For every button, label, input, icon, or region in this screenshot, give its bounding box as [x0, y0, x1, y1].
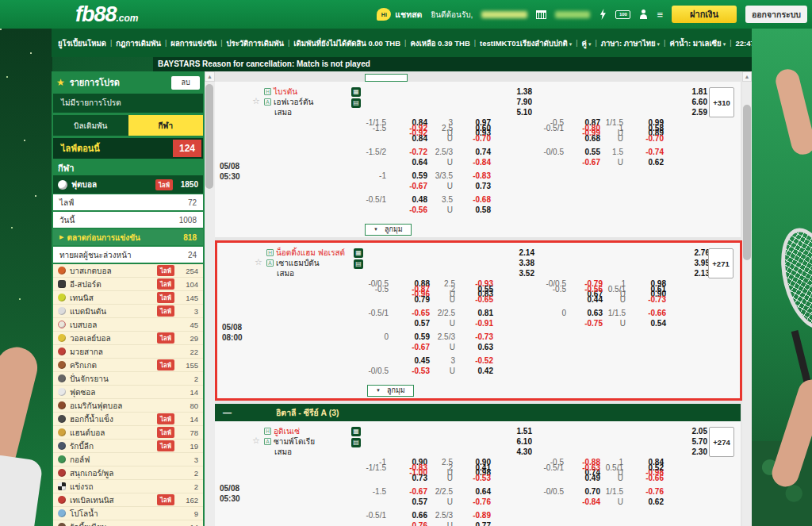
odds-price[interactable]: 2.05 [692, 426, 707, 436]
sidebar-item-badminton[interactable]: แบดมินตันไลฟ์3 [53, 305, 203, 318]
odds-price[interactable]: -0.56 [409, 205, 427, 215]
sidebar-subitem[interactable]: ▶ตลาดก่อนการแข่งขัน818 [53, 229, 203, 245]
sidebar-item-futsal[interactable]: ฟุตซอล14 [53, 386, 203, 399]
odds-price[interactable]: -0.80 [582, 123, 600, 133]
odds-price[interactable]: 0.48 [412, 194, 427, 205]
odds-price[interactable]: 1.51 [517, 426, 532, 436]
odds-price[interactable]: 0.63 [588, 308, 603, 318]
odds-price[interactable]: -0.83 [409, 463, 427, 473]
odds-price[interactable]: -0.65 [475, 294, 493, 305]
nav-link[interactable]: กฎการเดิมพัน [116, 37, 161, 49]
sidebar-subitem[interactable]: วันนี้1008 [53, 212, 203, 228]
odds-price[interactable]: 0.62 [649, 497, 664, 507]
odds-price[interactable]: -0.63 [582, 463, 600, 473]
odds-price[interactable]: 5.10 [517, 107, 532, 117]
nav-setting[interactable]: ค่าน้ำ: มาเลเซีย▾ [669, 37, 726, 49]
odds-price[interactable]: 7.90 [517, 97, 532, 107]
clear-favorites-button[interactable]: ลบ [171, 76, 200, 90]
collapse-icon[interactable]: — [223, 408, 232, 417]
odds-price[interactable]: 5.70 [692, 436, 707, 447]
odds-price[interactable]: 0.45 [415, 355, 430, 366]
odds-price[interactable]: 0.79 [415, 294, 430, 305]
odds-price[interactable]: 0.77 [476, 520, 491, 526]
refresh-lightning-icon[interactable] [599, 9, 607, 20]
nav-link[interactable]: เดิมพันที่ยังไม่ได้ตัดสิน 0.00 THB [293, 37, 400, 49]
odds-price[interactable]: 0.57 [412, 497, 427, 507]
odds-price[interactable]: -0.76 [645, 486, 664, 497]
home-team[interactable]: อูดิเนเซ่ [274, 426, 300, 436]
odds-price[interactable]: -0.84 [473, 157, 491, 167]
nav-link[interactable]: คงเหลือ 0.39 THB [410, 37, 469, 49]
odds-price[interactable]: 4.30 [517, 447, 532, 457]
odds-price[interactable]: -0.56 [584, 284, 603, 294]
odds-price[interactable]: -0.92 [409, 123, 427, 133]
odds-price[interactable]: 0.64 [412, 157, 427, 167]
sidebar-item-boxing[interactable]: มวยสากล22 [53, 345, 203, 359]
sidebar-item-cycling[interactable]: ปั่นจักรยาน2 [53, 372, 203, 386]
scrollbar-thumb[interactable] [205, 84, 213, 189]
odds-price[interactable]: 0.54 [651, 318, 666, 328]
odds-price[interactable]: 0.60 [476, 123, 491, 133]
sidebar-item-volleyball[interactable]: วอลเลย์บอลไลฟ์29 [53, 332, 203, 345]
home-team[interactable]: น็อตติ้งแฮม ฟอเรสต์ [276, 248, 345, 258]
odds-price[interactable]: 0.81 [478, 308, 493, 318]
odds-price[interactable]: 1.81 [692, 86, 707, 97]
sidebar-item-rugby-league[interactable]: รักบี้ลีกไลฟ์19 [53, 440, 203, 453]
odds-price[interactable]: -0.65 [412, 308, 430, 318]
sidebar-subitem[interactable]: ไลฟ์72 [53, 194, 203, 210]
sidebar-item-table-tennis[interactable]: เทเบิลเทนนิสไลฟ์162 [53, 493, 203, 507]
sidebar-item-tennis[interactable]: เทนนิสไลฟ์145 [53, 291, 203, 305]
odds-price[interactable]: -0.53 [412, 366, 430, 376]
logout-button[interactable]: ออกจากระบบ [745, 6, 807, 23]
nav-link[interactable]: testIMKT01 [480, 39, 520, 48]
odds-price[interactable]: 0.55 [478, 284, 493, 294]
odds-price[interactable]: 0.41 [476, 463, 491, 473]
sidebar-item-handball[interactable]: แฮนด์บอลไลฟ์78 [53, 426, 203, 440]
corners-button[interactable]: ▼ลูกมุม [365, 224, 412, 236]
nav-link[interactable]: ประวัติการเดิมพัน [227, 37, 284, 49]
nav-setting[interactable]: เรียงลำดับปกติ▾ [520, 37, 572, 49]
tab-bet-slip[interactable]: บิลเดิมพัน [53, 115, 128, 136]
sidebar-item-racing[interactable]: แข่งรถ2 [53, 480, 203, 493]
odds-price[interactable]: 0.84 [412, 133, 427, 144]
odds-price[interactable]: -0.52 [475, 355, 493, 366]
odds-price[interactable]: 6.60 [692, 97, 707, 107]
sidebar-item-baseball[interactable]: เบสบอล45 [53, 318, 203, 332]
corner-button-partial[interactable] [365, 74, 408, 82]
odds-price[interactable]: -0.66 [645, 473, 664, 483]
odds-price[interactable]: 0.70 [585, 486, 600, 497]
odds-price[interactable]: 0.64 [476, 486, 491, 497]
main-scrollbar[interactable]: ▲ [742, 71, 752, 526]
sidebar-item-rugby-union[interactable]: รักบี้ยูเนียน14 [53, 520, 203, 526]
odds-price[interactable]: 0.44 [588, 294, 603, 305]
odds-price[interactable]: -0.89 [473, 510, 491, 520]
favorite-star-icon[interactable]: ☆ [251, 86, 262, 117]
away-team[interactable]: เซาแธมป์ตัน [276, 258, 320, 268]
deposit-button[interactable]: ฝากเงิน [672, 6, 737, 23]
odds-price[interactable]: 0.74 [476, 147, 491, 157]
scrollbar-thumb[interactable] [743, 105, 751, 260]
sidebar-item-cricket[interactable]: คริกเกตไลฟ์155 [53, 359, 203, 372]
stats-icon[interactable]: ▦ [354, 248, 363, 258]
lineup-icon[interactable]: ▤ [351, 98, 361, 108]
sidebar-item-water-polo[interactable]: โปโลน้ำ9 [53, 507, 203, 520]
odds-price[interactable]: -0.75 [584, 318, 603, 328]
sidebar-item-american-football[interactable]: อเมริกันฟุตบอล80 [53, 399, 203, 413]
favorite-star-icon[interactable]: ☆ [251, 426, 262, 457]
odds-price[interactable]: -0.76 [409, 520, 427, 526]
odds-price[interactable]: 1.38 [517, 86, 532, 97]
odds-price[interactable]: 2.14 [519, 248, 534, 258]
odds-price[interactable]: -0.70 [473, 133, 491, 144]
sidebar-item-basketball[interactable]: บาสเกตบอลไลฟ์254 [53, 264, 203, 278]
sidebar-item-ice-hockey[interactable]: ฮอกกี้น้ำแข็งไลฟ์14 [53, 413, 203, 426]
tab-sports[interactable]: กีฬา [128, 115, 204, 136]
brand-logo[interactable]: fb88 .com [75, 0, 139, 29]
nav-setting[interactable]: 22:47:25 GMT -11:00▾ [736, 39, 753, 48]
odds-price[interactable]: 0.62 [649, 157, 664, 167]
odds-price[interactable]: -0.74 [645, 147, 664, 157]
odds-price[interactable]: 0.59 [415, 332, 430, 342]
nav-link[interactable]: ผลการแข่งขัน [170, 37, 216, 49]
odds-price[interactable]: 6.10 [517, 436, 532, 447]
odds-price[interactable]: -0.53 [473, 473, 491, 483]
odds-price[interactable]: -0.91 [475, 318, 493, 328]
